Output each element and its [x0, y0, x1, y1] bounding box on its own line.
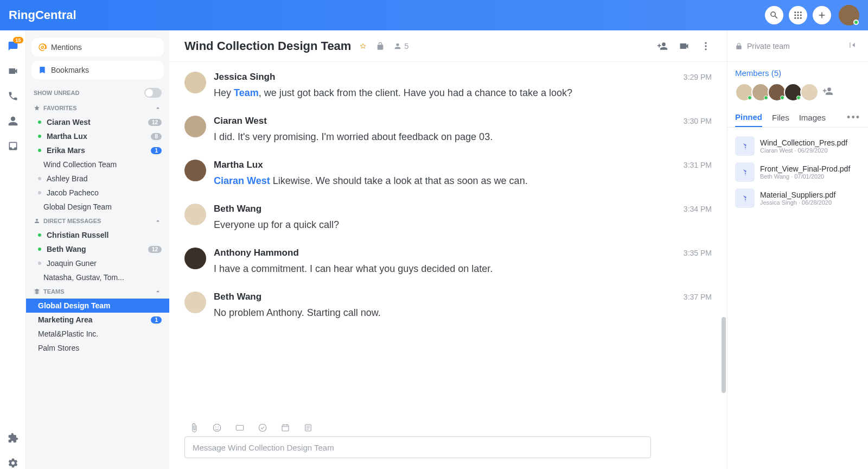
- message-input[interactable]: [184, 436, 651, 458]
- tab-images[interactable]: Images: [799, 109, 826, 126]
- member-avatar[interactable]: [800, 83, 819, 102]
- profile-avatar[interactable]: [839, 5, 859, 26]
- member-avatar[interactable]: [768, 83, 786, 102]
- chat-panel: Wind Collection Design Team 5 Jessica Si…: [169, 30, 727, 469]
- note-button[interactable]: [303, 422, 314, 433]
- sidebar-item[interactable]: Palm Stores: [26, 341, 169, 355]
- teams-header[interactable]: TEAMS: [26, 284, 169, 299]
- sidebar-item[interactable]: Marketing Area1: [26, 313, 169, 327]
- sidebar-mentions[interactable]: Mentions: [31, 38, 164, 56]
- sidebar-item[interactable]: Martha Lux8: [26, 129, 169, 143]
- avatar[interactable]: [184, 291, 206, 313]
- nav-apps[interactable]: [7, 432, 19, 444]
- collapse-details-button[interactable]: [848, 41, 860, 50]
- chat-header: Wind Collection Design Team 5: [169, 30, 727, 62]
- nav-settings[interactable]: [7, 457, 19, 469]
- nav-phone[interactable]: [7, 90, 19, 102]
- sidebar-item[interactable]: Global Design Team: [26, 200, 169, 214]
- more-vertical-icon: [700, 41, 711, 52]
- svg-rect-17: [282, 425, 289, 431]
- svg-point-8: [800, 17, 802, 19]
- scrollbar-thumb[interactable]: [722, 317, 726, 393]
- member-count[interactable]: 5: [393, 42, 409, 50]
- sidebar-item[interactable]: Metal&Plastic Inc.: [26, 327, 169, 341]
- dm-header[interactable]: DIRECT MESSAGES: [26, 214, 169, 228]
- nav-video[interactable]: [7, 65, 19, 77]
- message-time: 3:31 PM: [684, 161, 712, 169]
- mention[interactable]: Ciaran West: [214, 175, 270, 186]
- sidebar-item[interactable]: Beth Wang12: [26, 242, 169, 256]
- sidebar-item-label: Erika Mars: [47, 146, 85, 155]
- nav-contacts[interactable]: [7, 115, 19, 127]
- avatar[interactable]: [184, 204, 206, 225]
- member-avatar[interactable]: [751, 83, 770, 102]
- pinned-item[interactable]: Material_Suppliers.pdfJessica Singh · 06…: [733, 185, 863, 211]
- nav-inbox[interactable]: [7, 140, 19, 152]
- avatar[interactable]: [184, 72, 206, 93]
- add-member-icon-button[interactable]: [820, 83, 836, 99]
- start-video-button[interactable]: [678, 40, 690, 52]
- tab-files[interactable]: Files: [772, 109, 789, 126]
- pinned-item[interactable]: Wind_Collection_Pres.pdfCiaran West · 06…: [733, 133, 863, 159]
- attach-button[interactable]: [189, 422, 200, 433]
- message-time: 3:34 PM: [684, 205, 712, 213]
- pinned-item[interactable]: Front_View_Final-Prod.pdfBeth Wang · 07/…: [733, 159, 863, 185]
- svg-point-10: [705, 45, 706, 47]
- new-button[interactable]: [813, 6, 831, 24]
- pinned-meta: Ciaran West · 06/29/2020: [760, 147, 847, 154]
- presence-dot-icon: [38, 177, 41, 180]
- chevron-up-icon: [154, 217, 162, 225]
- member-avatar[interactable]: [784, 83, 802, 102]
- svg-point-11: [705, 48, 706, 50]
- nav-messages[interactable]: 15: [7, 40, 19, 52]
- members-header[interactable]: Members (5): [727, 62, 868, 81]
- apps-button[interactable]: [789, 6, 807, 24]
- presence-dot-icon: [38, 233, 41, 237]
- member-avatar[interactable]: [735, 83, 754, 102]
- message-author: Jessica Singh: [214, 72, 275, 83]
- pinned-title: Wind_Collection_Pres.pdf: [760, 138, 847, 147]
- gif-button[interactable]: [234, 422, 245, 433]
- dm-label: DIRECT MESSAGES: [43, 218, 101, 224]
- sidebar-item-label: Global Design Team: [38, 301, 111, 310]
- favorites-header[interactable]: FAVORITES: [26, 101, 169, 115]
- avatar[interactable]: [184, 248, 206, 269]
- event-button[interactable]: [280, 422, 291, 433]
- sidebar-item[interactable]: Erika Mars1: [26, 143, 169, 157]
- sidebar-item-label: Global Design Team: [43, 202, 112, 211]
- pinned-list: Wind_Collection_Pres.pdfCiaran West · 06…: [727, 128, 868, 217]
- privacy-button[interactable]: [376, 41, 386, 51]
- at-icon: [38, 43, 47, 52]
- search-button[interactable]: [765, 6, 783, 24]
- favorite-button[interactable]: [359, 41, 368, 51]
- show-unread-toggle[interactable]: [144, 88, 162, 98]
- sidebar-item[interactable]: Ciaran West12: [26, 115, 169, 129]
- chat-more-button[interactable]: [700, 40, 712, 52]
- avatar[interactable]: [184, 116, 206, 137]
- avatar[interactable]: [184, 160, 206, 181]
- sidebar-item[interactable]: Ashley Brad: [26, 172, 169, 186]
- sidebar-item[interactable]: Global Design Team: [26, 299, 169, 313]
- sidebar-item[interactable]: Natasha, Gustav, Tom...: [26, 270, 169, 284]
- svg-point-5: [800, 15, 802, 16]
- unread-badge: 1: [151, 316, 162, 324]
- mention[interactable]: Team: [234, 87, 259, 98]
- details-tabs: Pinned Files Images •••: [727, 108, 868, 128]
- emoji-button[interactable]: [212, 422, 222, 433]
- svg-point-0: [794, 11, 796, 13]
- sidebar-item-label: Palm Stores: [38, 344, 79, 352]
- sidebar-item[interactable]: Joaquin Guner: [26, 256, 169, 270]
- calendar-icon: [280, 423, 290, 433]
- task-button[interactable]: [257, 422, 268, 433]
- tabs-more-button[interactable]: •••: [847, 112, 860, 123]
- sidebar-item[interactable]: Jacob Pacheco: [26, 186, 169, 200]
- sidebar-bookmarks[interactable]: Bookmarks: [31, 61, 164, 79]
- add-member-button[interactable]: [656, 40, 668, 52]
- tab-pinned[interactable]: Pinned: [735, 108, 762, 127]
- message-time: 3:37 PM: [684, 293, 712, 301]
- message-author: Martha Lux: [214, 160, 263, 170]
- message: Beth Wang3:37 PMNo problem Anthony. Star…: [184, 291, 712, 320]
- message-text: Everyone up for a quick call?: [214, 218, 712, 232]
- sidebar-item[interactable]: Wind Collection Team: [26, 157, 169, 172]
- sidebar-item[interactable]: Christian Russell: [26, 228, 169, 242]
